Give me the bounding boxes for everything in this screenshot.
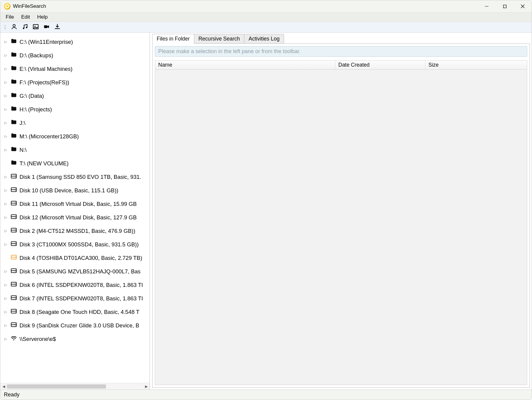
scroll-right-icon[interactable]: ▶: [143, 384, 150, 389]
tree-item-label: \\Serverone\e$: [20, 336, 56, 342]
tree-item[interactable]: ▷H:\ (Projects): [0, 103, 150, 116]
svg-point-24: [15, 215, 16, 216]
expander-icon[interactable]: ▷: [5, 148, 9, 152]
image-icon[interactable]: [32, 23, 39, 31]
tree-item[interactable]: Disk 4 (TOSHIBA DT01ACA300, Basic, 2.729…: [0, 251, 150, 265]
tree-item[interactable]: ▷Disk 3 (CT1000MX 500SSD4, Basic, 931.5 …: [0, 238, 150, 251]
tree-item[interactable]: ▷G:\ (Data): [0, 89, 150, 103]
expander-icon[interactable]: ▷: [5, 310, 9, 314]
menu-help[interactable]: Help: [34, 13, 51, 21]
scroll-track[interactable]: [7, 384, 143, 389]
tree-item[interactable]: ▷Disk 6 (INTEL SSDPEKNW020T8, Basic, 1.8…: [0, 278, 150, 292]
tree-item-label: G:\ (Data): [20, 93, 44, 99]
tree-item[interactable]: ▷J:\: [0, 116, 150, 130]
expander-icon[interactable]: ▷: [5, 175, 9, 179]
expander-icon[interactable]: ▷: [5, 94, 9, 98]
svg-point-48: [15, 296, 16, 297]
svg-point-57: [15, 325, 16, 326]
svg-point-28: [15, 229, 16, 230]
tab-content: Please make a selection in the left pane…: [152, 44, 530, 388]
video-icon[interactable]: [43, 23, 50, 31]
user-icon[interactable]: [11, 23, 17, 31]
expander-icon[interactable]: ▷: [5, 40, 9, 44]
expander-icon[interactable]: ▷: [5, 107, 9, 111]
expander-icon[interactable]: ▷: [5, 188, 9, 192]
expander-icon[interactable]: ▷: [5, 121, 9, 125]
tree-item-label: Disk 12 (Microsoft Virtual Disk, Basic, …: [20, 214, 137, 221]
menu-file[interactable]: File: [3, 13, 17, 21]
tree-item[interactable]: ▷Disk 10 (USB Device, Basic, 115.1 GB)): [0, 184, 150, 197]
toolbar-grip-icon: ⋮: [3, 24, 7, 30]
svg-point-41: [15, 271, 16, 272]
expander-icon[interactable]: ▷: [5, 229, 9, 233]
music-icon[interactable]: [22, 23, 28, 31]
expander-icon[interactable]: ▷: [5, 215, 9, 219]
svg-point-16: [15, 188, 16, 189]
svg-point-12: [15, 175, 16, 176]
tree-view[interactable]: ▷C:\ (Win11Enterprise)▷D:\ (Backups)▷E:\…: [0, 33, 150, 383]
column-name[interactable]: Name: [155, 61, 335, 69]
tree-item-label: T:\ (NEW VOLUME): [20, 160, 68, 167]
tab-activities-log[interactable]: Activities Log: [244, 34, 284, 44]
tree-item[interactable]: ▷\\Serverone\e$: [0, 332, 150, 346]
tree-item[interactable]: ▷Disk 12 (Microsoft Virtual Disk, Basic,…: [0, 211, 150, 224]
expander-icon[interactable]: ▷: [5, 296, 9, 300]
minimize-button[interactable]: [478, 0, 496, 12]
expander-icon[interactable]: ▷: [5, 269, 9, 273]
grid-header: Name Date Created Size: [155, 60, 527, 70]
scroll-thumb[interactable]: [7, 384, 106, 389]
tree-item[interactable]: ▷Disk 8 (Seagate One Touch HDD, Basic, 4…: [0, 305, 150, 319]
horizontal-scrollbar[interactable]: ◀ ▶: [0, 383, 150, 389]
disk-warn-icon: [11, 254, 20, 262]
titlebar: WinFileSearch: [0, 0, 532, 12]
tab-recursive-search[interactable]: Recursive Search: [194, 34, 244, 44]
tree-item[interactable]: ▷M:\ (Microcenter128GB): [0, 130, 150, 143]
expander-icon[interactable]: ▷: [5, 134, 9, 138]
folder-icon: [11, 146, 20, 154]
tree-item[interactable]: ▷F:\ (Projects(ReFS)): [0, 76, 150, 89]
disk-icon: [11, 308, 20, 316]
folder-icon: [11, 119, 20, 127]
tree-item[interactable]: T:\ (NEW VOLUME): [0, 157, 150, 170]
tree-item[interactable]: ▷Disk 5 (SAMSUNG MZVLB512HAJQ-000L7, Bas: [0, 265, 150, 278]
menu-edit[interactable]: Edit: [18, 13, 33, 21]
svg-point-58: [13, 339, 14, 341]
tree-item[interactable]: ▷Disk 2 (M4-CT512 M4SSD1, Basic, 476.9 G…: [0, 224, 150, 238]
tree-item[interactable]: ▷C:\ (Win11Enterprise): [0, 35, 150, 49]
tree-item-label: Disk 9 (SanDisk Cruzer Glide 3.0 USB Dev…: [20, 322, 139, 329]
tree-item[interactable]: ▷Disk 1 (Samsung SSD 850 EVO 1TB, Basic,…: [0, 170, 150, 184]
tree-item-label: Disk 1 (Samsung SSD 850 EVO 1TB, Basic, …: [20, 174, 141, 180]
expander-icon[interactable]: ▷: [5, 242, 9, 246]
maximize-button[interactable]: [496, 0, 514, 12]
tree-item[interactable]: ▷E:\ (Virtual Machines): [0, 62, 150, 76]
close-button[interactable]: [514, 0, 532, 12]
tree-item[interactable]: ▷Disk 7 (INTEL SSDPEKNW020T8, Basic, 1.8…: [0, 292, 150, 305]
tree-item-label: Disk 7 (INTEL SSDPEKNW020T8, Basic, 1.86…: [20, 295, 143, 302]
column-date-created[interactable]: Date Created: [335, 61, 425, 69]
grid-body[interactable]: [155, 70, 527, 385]
expander-icon[interactable]: ▷: [5, 67, 9, 71]
scroll-left-icon[interactable]: ◀: [0, 384, 7, 389]
folder-icon: [11, 65, 20, 73]
expander-icon[interactable]: ▷: [5, 283, 9, 287]
tree-item-label: E:\ (Virtual Machines): [20, 66, 73, 72]
expander-icon[interactable]: ▷: [5, 323, 9, 327]
tab-files-in-folder[interactable]: Files in Folder: [152, 34, 194, 44]
tree-item[interactable]: ▷Disk 9 (SanDisk Cruzer Glide 3.0 USB De…: [0, 319, 150, 332]
expander-icon[interactable]: ▷: [5, 53, 9, 57]
tree-item[interactable]: ▷N:\: [0, 143, 150, 157]
folder-icon: [11, 51, 20, 59]
disk-icon: [11, 267, 20, 275]
tree-item-label: Disk 11 (Microsoft Virtual Disk, Basic, …: [20, 201, 137, 207]
expander-icon[interactable]: ▷: [5, 202, 9, 206]
download-icon[interactable]: [54, 23, 61, 31]
expander-icon[interactable]: ▷: [5, 337, 9, 341]
folder-icon: [11, 132, 20, 140]
expander-icon[interactable]: ▷: [5, 80, 9, 84]
tree-item[interactable]: ▷D:\ (Backups): [0, 49, 150, 62]
column-size[interactable]: Size: [425, 61, 527, 69]
svg-rect-1: [503, 5, 506, 8]
tree-item[interactable]: ▷Disk 11 (Microsoft Virtual Disk, Basic,…: [0, 197, 150, 211]
network-icon: [11, 335, 20, 343]
tree-item-label: Disk 3 (CT1000MX 500SSD4, Basic, 931.5 G…: [20, 241, 139, 248]
